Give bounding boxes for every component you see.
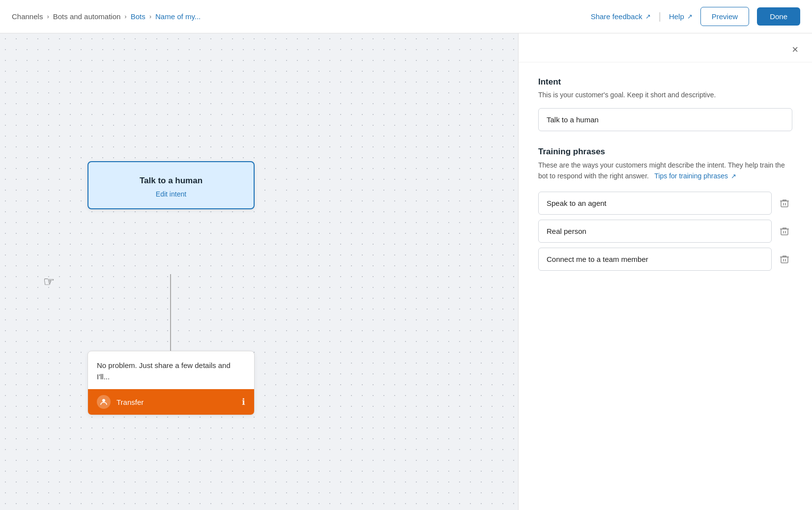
svg-point-0 xyxy=(102,399,105,402)
cursor-hand: ☞ xyxy=(43,274,55,289)
phrase-input-1[interactable] xyxy=(538,192,772,215)
share-feedback-label: Share feedback xyxy=(591,12,642,21)
breadcrumb-sep-1: › xyxy=(47,13,49,20)
tips-link[interactable]: Tips for training phrases ↗ xyxy=(653,172,736,180)
phrase-row-1 xyxy=(538,192,792,215)
tips-external-icon: ↗ xyxy=(731,172,736,180)
breadcrumb-channels[interactable]: Channels xyxy=(12,12,43,21)
canvas-area[interactable]: Talk to a human Edit intent No problem. … xyxy=(0,33,518,510)
external-link-icon: ↗ xyxy=(645,13,651,20)
tips-link-label: Tips for training phrases xyxy=(654,172,728,180)
phrase-row-2 xyxy=(538,220,792,243)
share-feedback-link[interactable]: Share feedback ↗ xyxy=(591,12,651,21)
close-panel-button[interactable]: × xyxy=(788,41,802,58)
right-panel: × Intent This is your customer's goal. K… xyxy=(518,33,812,510)
nav-divider: | xyxy=(659,11,661,22)
training-section: Training phrases These are the ways your… xyxy=(538,147,792,271)
svg-rect-2 xyxy=(781,229,788,235)
panel-content: Intent This is your customer's goal. Kee… xyxy=(519,62,812,510)
main-layout: Talk to a human Edit intent No problem. … xyxy=(0,33,812,510)
breadcrumb-bot-name[interactable]: Name of my... xyxy=(155,12,201,21)
intent-input-field[interactable] xyxy=(538,108,792,131)
intent-node-title: Talk to a human xyxy=(98,176,244,186)
intent-section-title: Intent xyxy=(538,77,792,87)
edit-intent-link[interactable]: Edit intent xyxy=(156,190,186,198)
delete-phrase-3-button[interactable] xyxy=(777,252,792,267)
help-external-icon: ↗ xyxy=(687,13,693,20)
intent-section: Intent This is your customer's goal. Kee… xyxy=(538,77,792,147)
top-nav: Channels › Bots and automation › Bots › … xyxy=(0,0,812,33)
delete-phrase-1-button[interactable] xyxy=(777,196,792,211)
connector-line xyxy=(170,274,171,355)
panel-header: × xyxy=(519,33,812,62)
intent-section-desc: This is your customer's goal. Keep it sh… xyxy=(538,90,792,100)
help-link[interactable]: Help ↗ xyxy=(669,12,693,21)
response-node[interactable]: No problem. Just share a few details and… xyxy=(87,351,255,415)
help-label: Help xyxy=(669,12,684,21)
training-section-desc: These are the ways your customers might … xyxy=(538,160,792,182)
phrase-input-3[interactable] xyxy=(538,248,772,271)
phrase-input-2[interactable] xyxy=(538,220,772,243)
response-node-body: No problem. Just share a few details and… xyxy=(88,351,254,389)
breadcrumb-bots[interactable]: Bots xyxy=(131,12,145,21)
transfer-footer[interactable]: Transfer ℹ xyxy=(88,389,254,415)
breadcrumb-bots-automation[interactable]: Bots and automation xyxy=(53,12,121,21)
transfer-label: Transfer xyxy=(116,398,236,406)
breadcrumb-sep-2: › xyxy=(124,13,126,20)
delete-phrase-2-button[interactable] xyxy=(777,224,792,239)
svg-rect-3 xyxy=(781,257,788,263)
intent-node[interactable]: Talk to a human Edit intent xyxy=(87,161,255,209)
preview-button[interactable]: Preview xyxy=(700,7,749,26)
training-section-title: Training phrases xyxy=(538,147,792,157)
transfer-info-icon[interactable]: ℹ xyxy=(242,397,245,407)
breadcrumb: Channels › Bots and automation › Bots › … xyxy=(12,12,201,21)
transfer-icon xyxy=(97,395,111,409)
phrase-row-3 xyxy=(538,248,792,271)
done-button[interactable]: Done xyxy=(757,7,800,26)
svg-rect-1 xyxy=(781,201,788,207)
nav-actions: Share feedback ↗ | Help ↗ Preview Done xyxy=(591,7,800,26)
breadcrumb-sep-3: › xyxy=(149,13,151,20)
